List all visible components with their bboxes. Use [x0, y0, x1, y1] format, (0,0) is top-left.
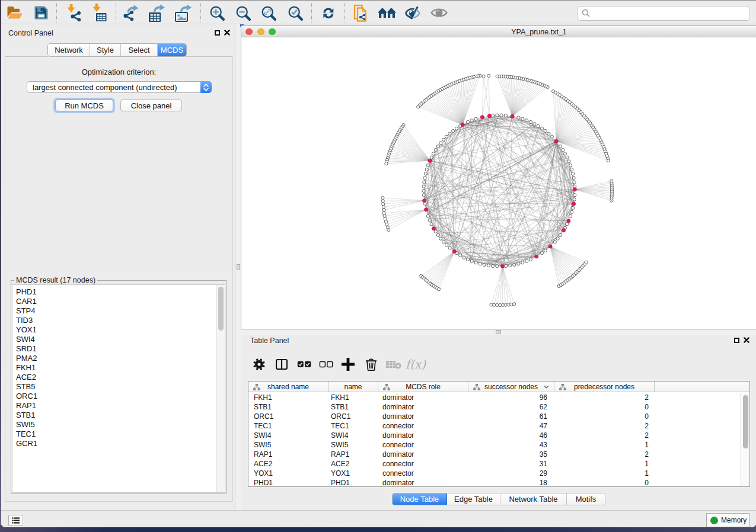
- close-light[interactable]: [245, 28, 253, 36]
- cell-successor-nodes: 61: [468, 412, 554, 421]
- tab-select[interactable]: Select: [121, 44, 158, 56]
- import-network-icon[interactable]: [65, 4, 84, 22]
- criterion-dropdown[interactable]: largest connected component (undirected): [27, 81, 212, 93]
- search-input[interactable]: [593, 8, 749, 20]
- copy-documents-icon[interactable]: [352, 4, 371, 22]
- mcds-node-item[interactable]: STB5: [12, 382, 225, 392]
- mcds-node-item[interactable]: PHD1: [12, 287, 225, 297]
- memory-button[interactable]: Memory: [706, 513, 749, 527]
- export-network-icon[interactable]: [122, 4, 141, 22]
- column-header-shared-name[interactable]: shared name: [248, 382, 328, 392]
- mcds-result-list[interactable]: PHD1CAR1STP4TID3YOX1SWI4SRD1PMA2FKH1ACE2…: [12, 284, 225, 493]
- eye-icon[interactable]: [429, 4, 448, 22]
- function-builder-icon[interactable]: f(x): [406, 354, 426, 374]
- table-panel-close-button[interactable]: [744, 337, 749, 343]
- mcds-node-item[interactable]: SWI4: [12, 335, 225, 344]
- zoom-selected-icon[interactable]: [286, 4, 305, 22]
- minimize-light[interactable]: [257, 28, 264, 36]
- horizontal-splitter[interactable]: [241, 329, 756, 335]
- table-scrollbar[interactable]: [741, 393, 749, 486]
- table-row[interactable]: ORC1ORC1dominator610: [248, 412, 742, 421]
- mcds-node-item[interactable]: STB1: [12, 411, 225, 420]
- mcds-node-item[interactable]: PMA2: [12, 354, 225, 363]
- export-image-icon[interactable]: [174, 4, 193, 22]
- vertical-splitter-handle[interactable]: [237, 264, 240, 270]
- table-scrollbar-thumb[interactable]: [743, 395, 748, 448]
- network-canvas[interactable]: [241, 37, 756, 329]
- table-row[interactable]: SWI4SWI4dominator462: [248, 431, 742, 440]
- column-header-predecessor-nodes[interactable]: predecessor nodes: [554, 382, 655, 392]
- export-table-icon[interactable]: [147, 4, 166, 22]
- column-header-name[interactable]: name: [328, 382, 378, 392]
- table-panel-title: Table Panel: [250, 336, 289, 345]
- tab-style[interactable]: Style: [90, 44, 121, 56]
- cell-predecessor-nodes: 2: [554, 393, 655, 402]
- add-column-icon[interactable]: [338, 354, 358, 374]
- cell-name: TEC1: [328, 422, 378, 430]
- import-table-icon[interactable]: [90, 4, 109, 22]
- table-row[interactable]: SWI5SWI5connector431: [248, 440, 742, 450]
- tab-network-table[interactable]: Network Table: [500, 493, 567, 505]
- vertical-splitter[interactable]: [235, 24, 241, 510]
- save-icon[interactable]: [31, 4, 50, 22]
- cell-shared-name: STB1: [248, 403, 328, 411]
- eye-toggle-icon[interactable]: [403, 4, 422, 22]
- mcds-node-item[interactable]: STP4: [12, 306, 225, 316]
- column-header-successor-nodes[interactable]: successor nodes: [468, 382, 554, 392]
- refresh-icon[interactable]: [319, 4, 338, 22]
- gear-icon[interactable]: [249, 354, 269, 374]
- control-panel-float-button[interactable]: [215, 30, 220, 36]
- tab-motifs[interactable]: Motifs: [567, 493, 605, 505]
- node-table: shared namenameMCDS rolesuccessor nodesp…: [248, 381, 750, 487]
- cell-shared-name: SWI5: [248, 441, 328, 449]
- mcds-node-item[interactable]: RAP1: [12, 401, 225, 411]
- houses-icon[interactable]: [377, 4, 396, 22]
- mcds-node-item[interactable]: ACE2: [12, 373, 225, 382]
- mcds-node-item[interactable]: GCR1: [12, 439, 225, 448]
- table-row[interactable]: FKH1FKH1dominator962: [248, 393, 742, 402]
- run-mcds-button[interactable]: Run MCDS: [55, 100, 113, 111]
- mcds-scrollbar-thumb[interactable]: [218, 287, 224, 331]
- control-panel-tabs: NetworkStyleSelectMCDS: [47, 43, 187, 57]
- tab-mcds[interactable]: MCDS: [158, 44, 186, 56]
- table-row[interactable]: TEC1TEC1connector472: [248, 421, 742, 431]
- table-row[interactable]: YOX1YOX1connector291: [248, 469, 742, 478]
- column-header-MCDS-role[interactable]: MCDS role: [378, 382, 468, 392]
- table-row[interactable]: ACE2ACE2connector311: [248, 459, 742, 469]
- task-history-button[interactable]: [8, 515, 23, 526]
- delete-column-icon[interactable]: [361, 354, 381, 374]
- mcds-node-item[interactable]: YOX1: [12, 325, 225, 335]
- control-panel-close-button[interactable]: [224, 30, 230, 36]
- zoom-light[interactable]: [269, 28, 276, 36]
- table-row[interactable]: PHD1PHD1dominator180: [248, 478, 742, 487]
- toolbar-separator: [56, 3, 57, 23]
- horizontal-splitter-handle[interactable]: [496, 330, 501, 334]
- table-row[interactable]: STB1STB1dominator620: [248, 402, 742, 412]
- column-label: shared name: [267, 383, 309, 391]
- cell-predecessor-nodes: 1: [554, 441, 655, 449]
- mcds-node-item[interactable]: TID3: [12, 316, 225, 325]
- table-panel-float-button[interactable]: [734, 338, 739, 343]
- network-window-titlebar[interactable]: YPA_prune.txt_1: [241, 25, 756, 37]
- zoom-fit-icon[interactable]: [259, 4, 278, 22]
- close-panel-button[interactable]: Close panel: [120, 100, 182, 111]
- select-all-icon[interactable]: [294, 354, 314, 374]
- column-label: name: [344, 383, 362, 391]
- tab-network[interactable]: Network: [48, 44, 90, 56]
- mcds-node-item[interactable]: TEC1: [12, 430, 225, 439]
- table-row[interactable]: RAP1RAP1dominator352: [248, 450, 742, 459]
- mcds-node-item[interactable]: FKH1: [12, 363, 225, 373]
- tab-node-table[interactable]: Node Table: [393, 493, 447, 505]
- split-pane-icon[interactable]: [272, 354, 292, 374]
- mcds-list-scrollbar[interactable]: [216, 285, 225, 492]
- mcds-node-item[interactable]: SRD1: [12, 344, 225, 354]
- mcds-node-item[interactable]: ORC1: [12, 392, 225, 401]
- open-folder-icon[interactable]: [5, 4, 24, 22]
- deselect-all-icon[interactable]: [316, 354, 336, 374]
- delete-table-icon[interactable]: [384, 354, 404, 374]
- zoom-out-icon[interactable]: [234, 4, 253, 22]
- mcds-node-item[interactable]: SWI5: [12, 420, 225, 430]
- tab-edge-table[interactable]: Edge Table: [447, 493, 500, 505]
- zoom-in-icon[interactable]: [208, 4, 227, 22]
- mcds-node-item[interactable]: CAR1: [12, 297, 225, 306]
